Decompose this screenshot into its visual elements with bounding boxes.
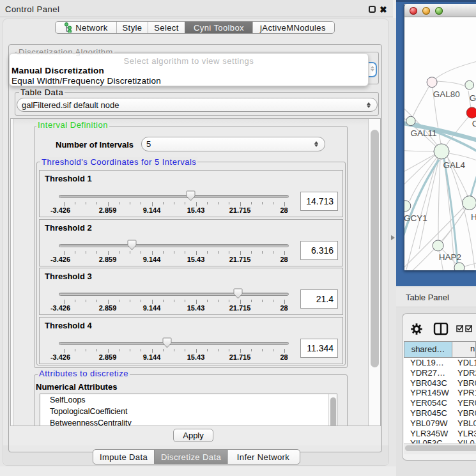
svg-text:GAL11: GAL11 (411, 128, 437, 138)
svg-text:HAP2: HAP2 (439, 252, 461, 262)
svg-text:GA: GA (470, 93, 476, 103)
svg-text:GAL4: GAL4 (443, 160, 466, 170)
svg-text:H: H (471, 212, 476, 222)
svg-text:GAL80: GAL80 (433, 89, 460, 99)
svg-text:CY: CY (472, 119, 476, 128)
svg-text:GCY1: GCY1 (404, 213, 427, 223)
